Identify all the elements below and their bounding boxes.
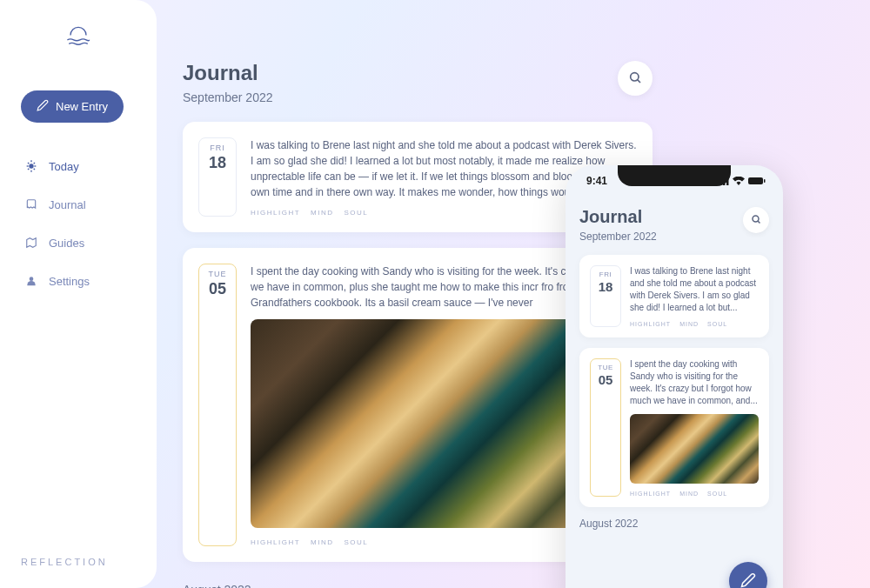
phone-notch <box>618 165 731 186</box>
sidebar: New Entry Today Journal Guides Settings … <box>0 0 157 588</box>
sidebar-item-journal[interactable]: Journal <box>14 185 143 224</box>
phone-mockup: 9:41 Journal September 2022 FRI 18 <box>566 165 783 588</box>
tag: HIGHLIGHT <box>251 538 300 546</box>
wifi-icon <box>733 177 745 185</box>
phone-header: Journal September 2022 <box>579 207 769 243</box>
svg-rect-18 <box>764 179 766 183</box>
tag: HIGHLIGHT <box>630 321 671 327</box>
book-icon <box>24 197 38 211</box>
phone-month-section-header: August 2022 <box>579 518 769 530</box>
svg-line-7 <box>28 169 29 170</box>
date-number: 05 <box>593 372 618 387</box>
phone-page-subtitle: September 2022 <box>579 231 657 243</box>
svg-line-5 <box>28 163 29 164</box>
phone-time: 9:41 <box>586 175 607 187</box>
sidebar-item-settings[interactable]: Settings <box>14 262 143 300</box>
tag: MIND <box>311 538 333 546</box>
sidebar-item-today[interactable]: Today <box>14 147 143 185</box>
sidebar-item-label: Journal <box>49 198 86 211</box>
tag: SOUL <box>345 209 369 217</box>
svg-line-6 <box>34 169 35 170</box>
brand-wordmark: REFLECTION <box>14 557 143 567</box>
sidebar-item-label: Guides <box>49 237 84 250</box>
sidebar-item-guides[interactable]: Guides <box>14 224 143 262</box>
new-entry-button[interactable]: New Entry <box>21 90 124 123</box>
page-title: Journal <box>183 61 273 85</box>
date-badge: TUE 05 <box>590 358 621 497</box>
svg-line-8 <box>34 163 35 164</box>
main-header: Journal September 2022 <box>183 61 652 104</box>
date-badge: FRI 18 <box>198 137 237 217</box>
svg-point-0 <box>29 164 33 168</box>
tag: MIND <box>679 321 699 327</box>
pencil-icon <box>740 572 756 589</box>
tag: HIGHLIGHT <box>251 209 300 217</box>
date-weekday: TUE <box>203 270 232 278</box>
page-subtitle: September 2022 <box>183 90 273 104</box>
date-number: 18 <box>203 154 232 172</box>
app-logo <box>61 21 96 56</box>
date-badge: FRI 18 <box>590 265 621 327</box>
sidebar-item-label: Today <box>49 160 79 173</box>
tag: SOUL <box>707 491 727 497</box>
search-icon <box>628 70 642 87</box>
svg-line-20 <box>758 221 760 224</box>
tag: MIND <box>679 491 699 497</box>
entry-tags: HIGHLIGHT MIND SOUL <box>630 321 759 327</box>
new-entry-label: New Entry <box>56 100 108 113</box>
tag: MIND <box>311 209 333 217</box>
date-number: 05 <box>203 280 232 298</box>
svg-point-19 <box>753 216 759 222</box>
phone-new-entry-fab[interactable] <box>729 562 767 588</box>
map-icon <box>24 236 38 250</box>
search-icon <box>751 214 761 227</box>
date-badge: TUE 05 <box>198 264 237 546</box>
phone-journal-entry[interactable]: TUE 05 I spent the day cooking with Sand… <box>579 348 769 507</box>
date-weekday: FRI <box>203 144 232 152</box>
pencil-icon <box>37 99 49 114</box>
phone-journal-entry[interactable]: FRI 18 I was talking to Brene last night… <box>579 255 769 337</box>
phone-search-button[interactable] <box>743 207 769 233</box>
tag: SOUL <box>345 538 369 546</box>
phone-page-title: Journal <box>579 207 657 227</box>
date-number: 18 <box>593 279 618 294</box>
svg-line-12 <box>638 79 640 82</box>
entry-tags: HIGHLIGHT MIND SOUL <box>630 491 759 497</box>
svg-marker-9 <box>27 238 37 248</box>
entry-text: I was talking to Brene last night and sh… <box>630 265 759 314</box>
tag: SOUL <box>707 321 727 327</box>
entry-image <box>630 414 759 484</box>
date-weekday: TUE <box>593 364 618 371</box>
svg-rect-17 <box>748 177 763 184</box>
date-weekday: FRI <box>593 271 618 278</box>
svg-point-10 <box>30 277 34 281</box>
person-icon <box>24 274 38 288</box>
battery-icon <box>748 177 766 185</box>
sun-icon <box>24 159 38 173</box>
search-button[interactable] <box>618 61 652 96</box>
sidebar-item-label: Settings <box>49 275 90 288</box>
svg-point-11 <box>631 72 639 80</box>
tag: HIGHLIGHT <box>630 491 671 497</box>
entry-text: I spent the day cooking with Sandy who i… <box>630 358 759 407</box>
